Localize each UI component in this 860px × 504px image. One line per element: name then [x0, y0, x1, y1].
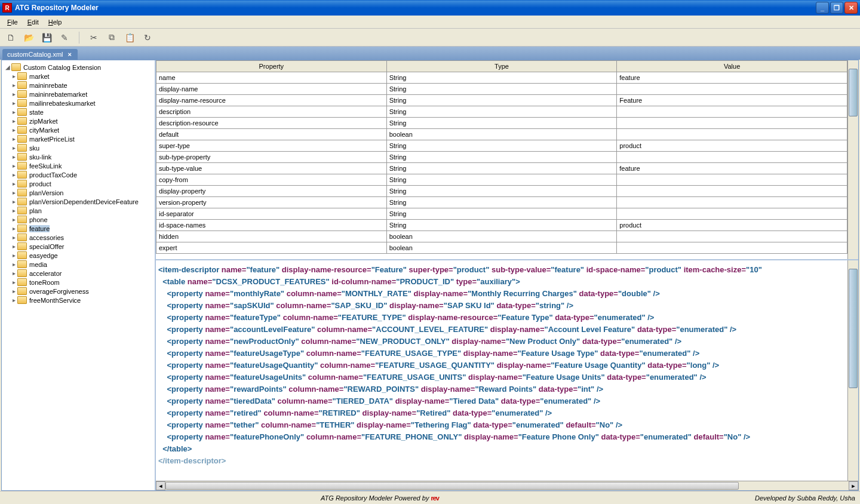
- tree-item[interactable]: ▸phone: [2, 215, 155, 224]
- expander-icon[interactable]: ▸: [10, 109, 17, 115]
- xml-v-scrollbar[interactable]: [847, 260, 858, 481]
- tree-root[interactable]: ◢ Custom Catalog Extension: [2, 63, 155, 72]
- menu-edit[interactable]: Edit: [23, 17, 44, 27]
- expander-icon[interactable]: ▸: [10, 198, 17, 205]
- col-value[interactable]: Value: [617, 61, 847, 72]
- cell-value[interactable]: product: [617, 140, 847, 152]
- tree-item[interactable]: ▸productTaxCode: [2, 170, 155, 179]
- cell-value[interactable]: [617, 106, 847, 118]
- table-row[interactable]: copy-fromString: [156, 174, 847, 186]
- tree-item[interactable]: ▸cityMarket: [2, 125, 155, 134]
- cell-value[interactable]: [617, 129, 847, 140]
- cell-type[interactable]: String: [386, 95, 617, 106]
- expander-icon[interactable]: ▸: [10, 82, 17, 88]
- cell-type[interactable]: String: [386, 106, 617, 118]
- cell-property[interactable]: version-property: [156, 197, 387, 208]
- cell-value[interactable]: [617, 231, 847, 242]
- tree-item[interactable]: ▸easyedge: [2, 251, 155, 260]
- cell-type[interactable]: String: [386, 84, 617, 95]
- cell-property[interactable]: display-name-resource: [156, 95, 387, 106]
- table-row[interactable]: hiddenboolean: [156, 231, 847, 242]
- cell-type[interactable]: String: [386, 197, 617, 208]
- tree-item[interactable]: ▸plan: [2, 206, 155, 215]
- cell-type[interactable]: boolean: [386, 231, 617, 242]
- cell-property[interactable]: name: [156, 72, 387, 84]
- tree-item[interactable]: ▸freeMonthService: [2, 296, 155, 305]
- cell-type[interactable]: String: [386, 208, 617, 220]
- property-table[interactable]: Property Type Value nameStringfeaturedis…: [156, 60, 847, 259]
- cell-property[interactable]: sub-type-property: [156, 152, 387, 163]
- table-row[interactable]: sub-type-propertyString: [156, 152, 847, 163]
- cell-value[interactable]: product: [617, 220, 847, 231]
- table-row[interactable]: display-nameString: [156, 84, 847, 95]
- cell-type[interactable]: String: [386, 118, 617, 129]
- xml-view[interactable]: <item-descriptor name="feature" display-…: [156, 260, 847, 481]
- xml-h-scrollbar[interactable]: ◄ ►: [156, 481, 858, 490]
- cell-type[interactable]: String: [386, 140, 617, 152]
- edit-icon[interactable]: ✎: [59, 32, 70, 44]
- tree-item[interactable]: ▸sku: [2, 143, 155, 152]
- table-row[interactable]: sub-type-valueStringfeature: [156, 163, 847, 174]
- table-row[interactable]: defaultboolean: [156, 129, 847, 140]
- expander-icon[interactable]: ▸: [10, 270, 17, 276]
- cut-icon[interactable]: ✂: [88, 32, 100, 44]
- menu-help[interactable]: Help: [44, 17, 67, 27]
- cell-type[interactable]: String: [386, 174, 617, 186]
- expander-icon[interactable]: ◢: [4, 64, 11, 70]
- tree-item[interactable]: ▸maininrebate: [2, 81, 155, 90]
- close-button[interactable]: ✕: [844, 2, 858, 14]
- cell-property[interactable]: id-space-names: [156, 220, 387, 231]
- tree-item[interactable]: ▸maininrebatemarket: [2, 90, 155, 99]
- scrollbar-thumb[interactable]: [165, 482, 739, 490]
- cell-value[interactable]: feature: [617, 163, 847, 174]
- expander-icon[interactable]: ▸: [10, 100, 17, 106]
- cell-property[interactable]: description-resource: [156, 118, 387, 129]
- scrollbar-thumb[interactable]: [849, 69, 858, 116]
- paste-icon[interactable]: 📋: [124, 32, 136, 44]
- tree-item[interactable]: ▸market: [2, 72, 155, 81]
- copy-icon[interactable]: ⧉: [106, 32, 118, 44]
- cell-type[interactable]: String: [386, 152, 617, 163]
- expander-icon[interactable]: ▸: [10, 136, 17, 142]
- table-row[interactable]: super-typeStringproduct: [156, 140, 847, 152]
- tree-item[interactable]: ▸mailinrebateskumarket: [2, 99, 155, 107]
- cell-value[interactable]: [617, 186, 847, 197]
- table-row[interactable]: id-separatorString: [156, 208, 847, 220]
- maximize-button[interactable]: ❐: [830, 2, 843, 14]
- cell-value[interactable]: feature: [617, 72, 847, 84]
- expander-icon[interactable]: ▸: [10, 252, 17, 259]
- tree-item[interactable]: ▸zipMarket: [2, 116, 155, 125]
- col-property[interactable]: Property: [156, 61, 387, 72]
- tree-item[interactable]: ▸state: [2, 107, 155, 116]
- expander-icon[interactable]: ▸: [10, 225, 17, 232]
- expander-icon[interactable]: ▸: [10, 297, 17, 303]
- cell-type[interactable]: String: [386, 163, 617, 174]
- cell-property[interactable]: default: [156, 129, 387, 140]
- expander-icon[interactable]: ▸: [10, 243, 17, 250]
- refresh-icon[interactable]: ↻: [142, 32, 153, 44]
- cell-type[interactable]: String: [386, 186, 617, 197]
- cell-type[interactable]: String: [386, 220, 617, 231]
- table-row[interactable]: version-propertyString: [156, 197, 847, 208]
- cell-type[interactable]: boolean: [386, 129, 617, 140]
- cell-value[interactable]: Feature: [617, 95, 847, 106]
- cell-property[interactable]: copy-from: [156, 174, 387, 186]
- expander-icon[interactable]: ▸: [10, 171, 17, 178]
- expander-icon[interactable]: ▸: [10, 288, 17, 294]
- expander-icon[interactable]: ▸: [10, 91, 17, 97]
- tree-item[interactable]: ▸planVersionDependentDeviceFeature: [2, 197, 155, 206]
- scroll-left-icon[interactable]: ◄: [156, 481, 165, 490]
- tree-item[interactable]: ▸toneRoom: [2, 278, 155, 287]
- cell-property[interactable]: description: [156, 106, 387, 118]
- tree-item[interactable]: ▸specialOffer: [2, 242, 155, 251]
- table-row[interactable]: expertboolean: [156, 242, 847, 254]
- minimize-button[interactable]: _: [816, 2, 829, 14]
- save-icon[interactable]: 💾: [41, 32, 53, 44]
- expander-icon[interactable]: ▸: [10, 162, 17, 169]
- tree-panel[interactable]: ◢ Custom Catalog Extension ▸market▸maini…: [2, 60, 156, 490]
- tree-item[interactable]: ▸accessories: [2, 233, 155, 242]
- tree-item[interactable]: ▸feeSkuLink: [2, 161, 155, 170]
- cell-property[interactable]: display-name: [156, 84, 387, 95]
- cell-value[interactable]: [617, 242, 847, 254]
- cell-property[interactable]: super-type: [156, 140, 387, 152]
